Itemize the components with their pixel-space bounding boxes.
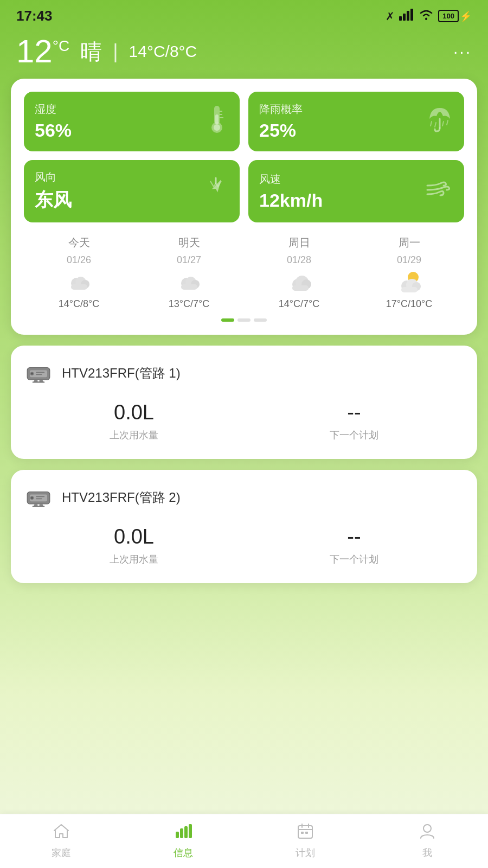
page-dot-2 bbox=[237, 318, 251, 322]
svg-point-64 bbox=[423, 825, 431, 832]
weather-divider: | bbox=[113, 40, 118, 63]
bluetooth-icon: ✗ bbox=[386, 10, 395, 23]
device-stats-2: 0.0L 上次用水量 -- 下一个计划 bbox=[24, 525, 464, 570]
page-dot-3 bbox=[254, 318, 267, 322]
svg-rect-49 bbox=[36, 496, 44, 497]
forecast-item-0: 今天 01/26 14°C/8°C bbox=[24, 235, 134, 310]
svg-rect-44 bbox=[33, 381, 44, 382]
device-card-2: HTV213FRF(管路 2) 0.0L 上次用水量 -- 下一个计划 bbox=[11, 470, 477, 583]
current-temperature: 12°C bbox=[16, 35, 69, 68]
water-usage-value-1: 0.0L bbox=[110, 401, 158, 424]
wifi-icon bbox=[419, 9, 434, 23]
device-water-usage-2: 0.0L 上次用水量 bbox=[110, 525, 158, 566]
forecast-day-3: 周一 bbox=[399, 235, 420, 250]
svg-rect-26 bbox=[181, 284, 197, 290]
next-plan-label-1: 下一个计划 bbox=[330, 429, 378, 442]
forecast-row: 今天 01/26 14°C/8°C 明天 01/27 bbox=[24, 235, 464, 310]
weather-header: 12°C 晴 | 14°C/8°C ··· bbox=[0, 30, 488, 79]
wind-speed-value: 12km/h bbox=[259, 190, 323, 211]
battery-icon: 100 ⚡ bbox=[438, 10, 472, 22]
forecast-item-2: 周日 01/28 14°C/7°C bbox=[244, 235, 354, 310]
svg-rect-41 bbox=[36, 374, 42, 375]
water-usage-label-2: 上次用水量 bbox=[110, 553, 158, 566]
svg-rect-30 bbox=[292, 285, 309, 291]
svg-rect-50 bbox=[36, 499, 42, 500]
svg-rect-3 bbox=[410, 9, 413, 21]
svg-rect-53 bbox=[33, 506, 44, 507]
device-icon-1 bbox=[24, 359, 53, 388]
thermometer-icon bbox=[205, 104, 229, 139]
umbrella-icon bbox=[426, 105, 453, 138]
wind-dir-label: 风向 bbox=[35, 170, 72, 184]
device-name-2: HTV213FRF(管路 2) bbox=[62, 489, 181, 506]
svg-rect-57 bbox=[189, 824, 192, 838]
weather-card: 湿度 56% 降雨概率 25% bbox=[11, 79, 477, 335]
forecast-date-0: 01/26 bbox=[67, 254, 91, 266]
svg-point-39 bbox=[31, 373, 33, 374]
forecast-date-2: 01/28 bbox=[287, 254, 311, 266]
more-button[interactable]: ··· bbox=[453, 42, 472, 61]
weather-condition: 晴 bbox=[80, 37, 102, 67]
device-next-plan-2: -- 下一个计划 bbox=[330, 525, 378, 566]
calendar-icon bbox=[297, 823, 313, 843]
svg-point-4 bbox=[425, 18, 427, 20]
nav-info[interactable]: 信息 bbox=[122, 823, 244, 859]
next-plan-value-1: -- bbox=[330, 401, 378, 424]
forecast-temp-2: 14°C/7°C bbox=[279, 298, 319, 310]
signal-icon bbox=[399, 9, 414, 23]
forecast-day-2: 周日 bbox=[288, 235, 310, 250]
next-plan-label-2: 下一个计划 bbox=[330, 553, 378, 566]
device-water-usage-1: 0.0L 上次用水量 bbox=[110, 401, 158, 442]
wind-dir-value: 东风 bbox=[35, 188, 72, 213]
rain-card: 降雨概率 25% bbox=[248, 92, 464, 151]
svg-rect-0 bbox=[399, 16, 402, 21]
nav-home-label: 家庭 bbox=[52, 846, 71, 859]
rain-label: 降雨概率 bbox=[259, 102, 303, 117]
svg-marker-17 bbox=[212, 177, 224, 192]
svg-line-13 bbox=[431, 122, 432, 126]
humidity-value: 56% bbox=[35, 120, 72, 141]
forecast-date-1: 01/27 bbox=[177, 254, 201, 266]
device-name-1: HTV213FRF(管路 1) bbox=[62, 365, 181, 382]
svg-rect-62 bbox=[301, 832, 304, 834]
device-next-plan-1: -- 下一个计划 bbox=[330, 401, 378, 442]
forecast-temp-0: 14°C/8°C bbox=[59, 298, 99, 310]
forecast-temp-1: 13°C/7°C bbox=[169, 298, 209, 310]
nav-schedule[interactable]: 计划 bbox=[244, 823, 366, 859]
nav-info-label: 信息 bbox=[174, 846, 193, 859]
forecast-item-1: 明天 01/27 13°C/7°C bbox=[134, 235, 244, 310]
forecast-icon-0 bbox=[67, 270, 92, 294]
svg-rect-58 bbox=[298, 826, 312, 838]
svg-rect-55 bbox=[180, 828, 183, 838]
svg-rect-54 bbox=[176, 832, 179, 838]
svg-rect-1 bbox=[403, 14, 406, 21]
wind-direction-card: 风向 东风 bbox=[24, 160, 240, 222]
nav-profile[interactable]: 我 bbox=[366, 823, 488, 859]
svg-point-48 bbox=[31, 497, 33, 499]
forecast-date-3: 01/29 bbox=[397, 254, 421, 266]
nav-profile-label: 我 bbox=[422, 846, 432, 859]
svg-line-14 bbox=[435, 123, 436, 127]
svg-rect-22 bbox=[71, 284, 87, 290]
forecast-icon-3 bbox=[397, 270, 422, 294]
device-stats-1: 0.0L 上次用水量 -- 下一个计划 bbox=[24, 401, 464, 446]
svg-rect-40 bbox=[36, 372, 44, 373]
temp-range: 14°C/8°C bbox=[129, 42, 197, 61]
humidity-label: 湿度 bbox=[35, 102, 72, 117]
svg-point-8 bbox=[214, 124, 220, 131]
wind-speed-label: 风速 bbox=[259, 172, 323, 187]
forecast-item-3: 周一 01/29 17°C/10°C bbox=[354, 235, 464, 310]
device-card-1: HTV213FRF(管路 1) 0.0L 上次用水量 -- 下一个计划 bbox=[11, 346, 477, 459]
forecast-day-0: 今天 bbox=[68, 235, 90, 250]
humidity-card: 湿度 56% bbox=[24, 92, 240, 151]
compass-icon bbox=[203, 176, 229, 207]
page-dot-1 bbox=[221, 318, 234, 322]
nav-schedule-label: 计划 bbox=[296, 846, 315, 859]
rain-value: 25% bbox=[259, 120, 303, 141]
next-plan-value-2: -- bbox=[330, 525, 378, 548]
device-header-1: HTV213FRF(管路 1) bbox=[24, 359, 464, 388]
nav-home[interactable]: 家庭 bbox=[0, 823, 122, 859]
device-icon-2 bbox=[24, 483, 53, 512]
forecast-icon-2 bbox=[287, 270, 312, 294]
bar-chart-icon bbox=[174, 823, 192, 843]
